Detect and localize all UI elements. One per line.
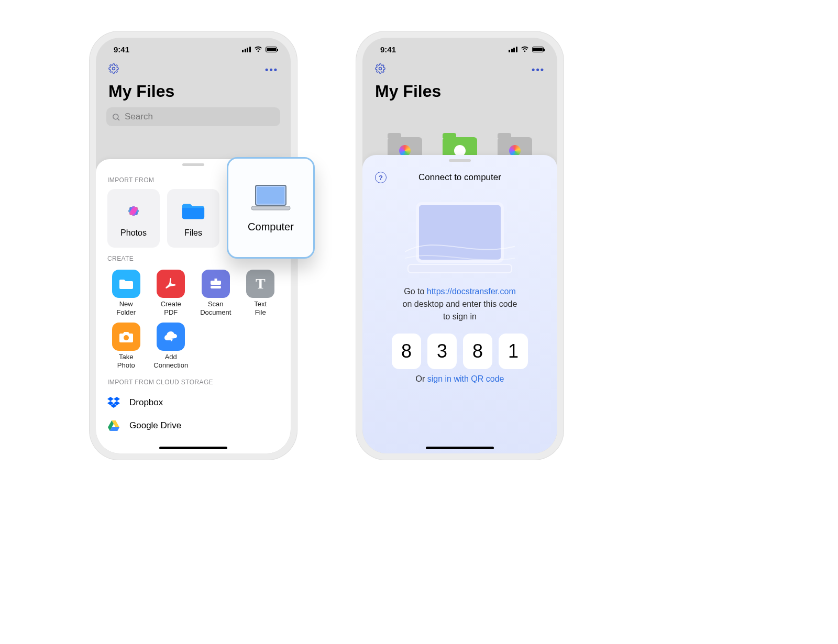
cloud-icon: [157, 323, 185, 351]
sheet-handle[interactable]: [449, 159, 471, 162]
battery-icon: [532, 47, 544, 52]
svg-point-0: [113, 68, 115, 70]
connect-sheet: ? Connect to computer Go to https://docs…: [362, 155, 557, 453]
cellular-icon: [242, 47, 251, 52]
cellular-icon: [509, 47, 517, 52]
import-files-card[interactable]: Files: [167, 189, 219, 248]
battery-icon: [266, 47, 277, 52]
dropbox-icon: [107, 396, 120, 409]
connect-title: Connect to computer: [375, 172, 545, 183]
pdf-icon: [157, 270, 185, 298]
svg-point-28: [379, 68, 382, 70]
code-digit-4: 1: [499, 334, 528, 369]
qr-signin-link[interactable]: sign in with QR code: [427, 374, 504, 383]
wifi-icon: [254, 46, 262, 52]
more-icon[interactable]: •••: [532, 64, 545, 75]
cloud-dropbox-row[interactable]: Dropbox: [96, 391, 291, 414]
add-connection-button[interactable]: Add Connection: [150, 323, 192, 369]
page-title: My Files: [362, 79, 557, 107]
svg-rect-27: [251, 206, 290, 210]
phone-frame-right: 9:41 ••• My Files ? Connect to compute: [356, 31, 564, 460]
cloud-gdrive-row[interactable]: Google Drive: [96, 414, 291, 437]
scan-document-button[interactable]: Scan Document: [195, 270, 237, 316]
folder-icon: [181, 199, 205, 223]
text-icon: T: [246, 270, 274, 298]
svg-rect-15: [214, 279, 217, 281]
camera-icon: [112, 323, 140, 351]
svg-marker-18: [114, 397, 120, 401]
code-digit-1: 8: [392, 334, 421, 369]
page-title: My Files: [96, 79, 291, 107]
gear-icon[interactable]: [375, 63, 385, 76]
code-digit-2: 3: [427, 334, 457, 369]
sheet-handle[interactable]: [182, 163, 204, 166]
search-placeholder: Search: [125, 112, 153, 122]
new-folder-icon: [112, 270, 140, 298]
text-file-button[interactable]: T Text File: [240, 270, 282, 316]
laptop-illustration: [405, 199, 515, 279]
status-time: 9:41: [114, 45, 129, 54]
docs-transfer-link[interactable]: https://docstransfer.com: [427, 287, 516, 296]
laptop-icon: [250, 183, 291, 212]
scanner-icon: [202, 270, 230, 298]
create-pdf-button[interactable]: Create PDF: [150, 270, 192, 316]
code-digit-3: 8: [463, 334, 492, 369]
import-photos-card[interactable]: Photos: [107, 189, 160, 248]
photos-icon: [122, 199, 146, 223]
gdrive-icon: [107, 419, 120, 432]
search-input[interactable]: Search: [106, 107, 280, 126]
svg-rect-30: [408, 264, 512, 273]
section-cloud-label: IMPORT FROM CLOUD STORAGE: [96, 371, 291, 391]
connect-instructions: Go to https://docstransfer.com on deskto…: [375, 284, 545, 324]
home-indicator: [159, 447, 227, 449]
svg-point-16: [124, 335, 129, 340]
take-photo-button[interactable]: Take Photo: [105, 323, 147, 369]
gear-icon[interactable]: [108, 63, 119, 76]
svg-rect-14: [211, 286, 221, 288]
svg-rect-29: [417, 204, 502, 261]
home-indicator: [426, 447, 494, 449]
import-computer-highlight[interactable]: Computer: [227, 157, 315, 259]
more-icon[interactable]: •••: [265, 64, 278, 75]
status-bar: 9:41: [362, 38, 557, 61]
float-card-label: Computer: [248, 221, 294, 233]
status-bar: 9:41: [96, 38, 291, 61]
svg-marker-17: [107, 397, 114, 401]
wifi-icon: [521, 46, 529, 52]
svg-line-2: [118, 118, 119, 120]
new-folder-button[interactable]: New Folder: [105, 270, 147, 316]
svg-rect-13: [211, 281, 221, 285]
qr-alternative: Or sign in with QR code: [375, 374, 545, 384]
svg-point-1: [113, 114, 118, 119]
svg-rect-26: [257, 187, 284, 204]
status-time: 9:41: [380, 45, 396, 54]
code-row: 8 3 8 1: [375, 334, 545, 369]
